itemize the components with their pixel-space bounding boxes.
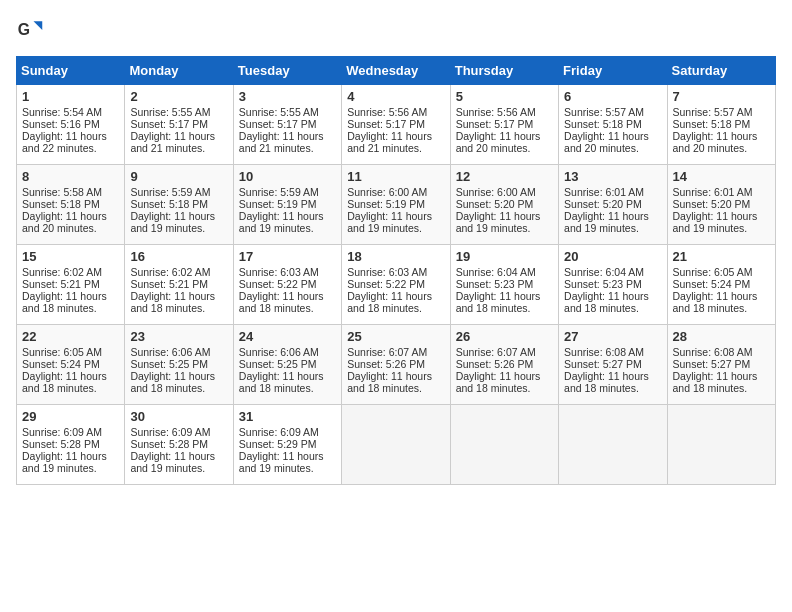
sunset-label: Sunset: 5:25 PM [130, 358, 208, 370]
sunset-label: Sunset: 5:29 PM [239, 438, 317, 450]
calendar-cell: 11Sunrise: 6:00 AMSunset: 5:19 PMDayligh… [342, 165, 450, 245]
day-number: 31 [239, 409, 336, 424]
calendar-cell: 5Sunrise: 5:56 AMSunset: 5:17 PMDaylight… [450, 85, 558, 165]
calendar-cell: 19Sunrise: 6:04 AMSunset: 5:23 PMDayligh… [450, 245, 558, 325]
calendar-cell: 23Sunrise: 6:06 AMSunset: 5:25 PMDayligh… [125, 325, 233, 405]
day-number: 6 [564, 89, 661, 104]
sunset-label: Sunset: 5:17 PM [347, 118, 425, 130]
daylight-label: Daylight: 11 hours and 18 minutes. [347, 290, 432, 314]
daylight-label: Daylight: 11 hours and 19 minutes. [130, 210, 215, 234]
day-number: 19 [456, 249, 553, 264]
daylight-label: Daylight: 11 hours and 21 minutes. [347, 130, 432, 154]
calendar-cell: 6Sunrise: 5:57 AMSunset: 5:18 PMDaylight… [559, 85, 667, 165]
sunset-label: Sunset: 5:17 PM [130, 118, 208, 130]
calendar-cell [450, 405, 558, 485]
sunrise-label: Sunrise: 6:06 AM [239, 346, 319, 358]
logo-icon: G [16, 16, 44, 44]
calendar-cell: 4Sunrise: 5:56 AMSunset: 5:17 PMDaylight… [342, 85, 450, 165]
daylight-label: Daylight: 11 hours and 21 minutes. [130, 130, 215, 154]
daylight-label: Daylight: 11 hours and 20 minutes. [673, 130, 758, 154]
sunset-label: Sunset: 5:21 PM [22, 278, 100, 290]
sunrise-label: Sunrise: 6:09 AM [22, 426, 102, 438]
sunset-label: Sunset: 5:18 PM [130, 198, 208, 210]
sunset-label: Sunset: 5:17 PM [456, 118, 534, 130]
daylight-label: Daylight: 11 hours and 19 minutes. [673, 210, 758, 234]
col-header-friday: Friday [559, 57, 667, 85]
sunrise-label: Sunrise: 6:02 AM [130, 266, 210, 278]
sunset-label: Sunset: 5:24 PM [673, 278, 751, 290]
day-number: 1 [22, 89, 119, 104]
sunrise-label: Sunrise: 6:05 AM [22, 346, 102, 358]
sunset-label: Sunset: 5:23 PM [564, 278, 642, 290]
header: G [16, 16, 776, 44]
daylight-label: Daylight: 11 hours and 18 minutes. [347, 370, 432, 394]
sunset-label: Sunset: 5:20 PM [673, 198, 751, 210]
sunrise-label: Sunrise: 5:58 AM [22, 186, 102, 198]
sunset-label: Sunset: 5:20 PM [564, 198, 642, 210]
sunset-label: Sunset: 5:17 PM [239, 118, 317, 130]
day-number: 29 [22, 409, 119, 424]
day-number: 22 [22, 329, 119, 344]
calendar-cell: 9Sunrise: 5:59 AMSunset: 5:18 PMDaylight… [125, 165, 233, 245]
sunrise-label: Sunrise: 5:57 AM [673, 106, 753, 118]
day-number: 15 [22, 249, 119, 264]
sunset-label: Sunset: 5:18 PM [564, 118, 642, 130]
calendar-cell: 2Sunrise: 5:55 AMSunset: 5:17 PMDaylight… [125, 85, 233, 165]
sunrise-label: Sunrise: 6:04 AM [564, 266, 644, 278]
col-header-sunday: Sunday [17, 57, 125, 85]
sunset-label: Sunset: 5:19 PM [239, 198, 317, 210]
day-number: 30 [130, 409, 227, 424]
day-number: 5 [456, 89, 553, 104]
sunset-label: Sunset: 5:23 PM [456, 278, 534, 290]
daylight-label: Daylight: 11 hours and 18 minutes. [456, 370, 541, 394]
calendar-week-3: 15Sunrise: 6:02 AMSunset: 5:21 PMDayligh… [17, 245, 776, 325]
calendar-week-1: 1Sunrise: 5:54 AMSunset: 5:16 PMDaylight… [17, 85, 776, 165]
calendar-cell: 30Sunrise: 6:09 AMSunset: 5:28 PMDayligh… [125, 405, 233, 485]
daylight-label: Daylight: 11 hours and 18 minutes. [239, 290, 324, 314]
daylight-label: Daylight: 11 hours and 18 minutes. [130, 290, 215, 314]
calendar-cell: 3Sunrise: 5:55 AMSunset: 5:17 PMDaylight… [233, 85, 341, 165]
calendar-cell: 17Sunrise: 6:03 AMSunset: 5:22 PMDayligh… [233, 245, 341, 325]
col-header-monday: Monday [125, 57, 233, 85]
sunset-label: Sunset: 5:19 PM [347, 198, 425, 210]
sunrise-label: Sunrise: 6:01 AM [564, 186, 644, 198]
sunrise-label: Sunrise: 6:03 AM [347, 266, 427, 278]
day-number: 2 [130, 89, 227, 104]
day-number: 25 [347, 329, 444, 344]
sunset-label: Sunset: 5:27 PM [564, 358, 642, 370]
calendar-cell: 28Sunrise: 6:08 AMSunset: 5:27 PMDayligh… [667, 325, 775, 405]
calendar-cell: 16Sunrise: 6:02 AMSunset: 5:21 PMDayligh… [125, 245, 233, 325]
daylight-label: Daylight: 11 hours and 18 minutes. [564, 370, 649, 394]
day-number: 27 [564, 329, 661, 344]
sunset-label: Sunset: 5:26 PM [347, 358, 425, 370]
daylight-label: Daylight: 11 hours and 18 minutes. [673, 370, 758, 394]
calendar-table: SundayMondayTuesdayWednesdayThursdayFrid… [16, 56, 776, 485]
day-number: 14 [673, 169, 770, 184]
daylight-label: Daylight: 11 hours and 18 minutes. [239, 370, 324, 394]
sunrise-label: Sunrise: 6:09 AM [130, 426, 210, 438]
sunset-label: Sunset: 5:22 PM [347, 278, 425, 290]
sunrise-label: Sunrise: 6:00 AM [347, 186, 427, 198]
calendar-cell [342, 405, 450, 485]
day-number: 26 [456, 329, 553, 344]
day-number: 13 [564, 169, 661, 184]
sunrise-label: Sunrise: 6:05 AM [673, 266, 753, 278]
calendar-cell [667, 405, 775, 485]
day-number: 3 [239, 89, 336, 104]
logo: G [16, 16, 48, 44]
sunrise-label: Sunrise: 6:04 AM [456, 266, 536, 278]
sunrise-label: Sunrise: 5:54 AM [22, 106, 102, 118]
day-number: 10 [239, 169, 336, 184]
sunset-label: Sunset: 5:20 PM [456, 198, 534, 210]
col-header-wednesday: Wednesday [342, 57, 450, 85]
sunrise-label: Sunrise: 5:56 AM [456, 106, 536, 118]
daylight-label: Daylight: 11 hours and 19 minutes. [239, 450, 324, 474]
day-number: 23 [130, 329, 227, 344]
sunrise-label: Sunrise: 5:55 AM [130, 106, 210, 118]
day-number: 16 [130, 249, 227, 264]
sunrise-label: Sunrise: 6:07 AM [347, 346, 427, 358]
sunrise-label: Sunrise: 5:55 AM [239, 106, 319, 118]
calendar-cell: 7Sunrise: 5:57 AMSunset: 5:18 PMDaylight… [667, 85, 775, 165]
calendar-cell [559, 405, 667, 485]
daylight-label: Daylight: 11 hours and 20 minutes. [564, 130, 649, 154]
